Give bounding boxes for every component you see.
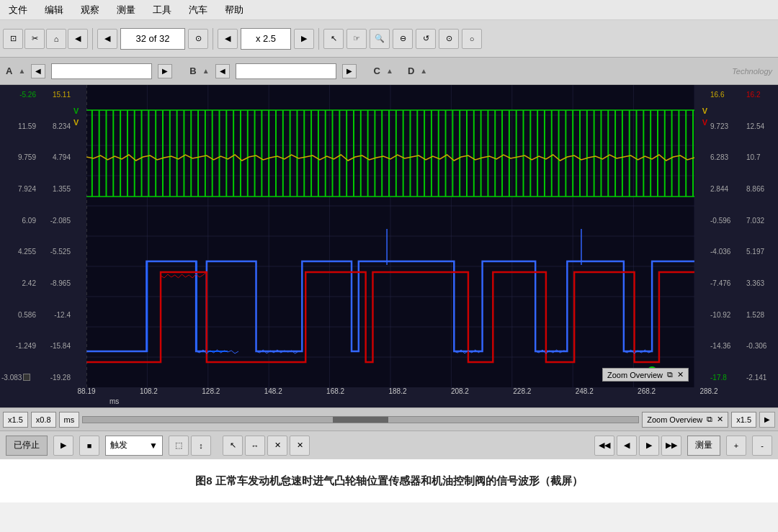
x-label-2: 128.2 bbox=[202, 387, 220, 395]
toolbar: ⊡ ✂ ⌂ ◀ ◀ 32 of 32 ⊙ ◀ x 2.5 ▶ ↖ ☞ 🔍 ⊖ ↺… bbox=[0, 20, 778, 58]
status-nav-prev[interactable]: ◀◀ bbox=[594, 436, 614, 456]
y-right-1-3: 2.844 bbox=[710, 185, 743, 193]
y-right-1-2: 6.283 bbox=[710, 153, 743, 161]
zoom-overview-close[interactable]: ✕ bbox=[677, 370, 684, 379]
x-label-6: 208.2 bbox=[451, 387, 469, 395]
y-left-1-9: -3.083 bbox=[1, 374, 36, 382]
status-tb-4[interactable]: ↔ bbox=[245, 436, 265, 456]
y-left-1-5: 4.255 bbox=[1, 248, 36, 256]
menu-edit[interactable]: 编辑 bbox=[42, 2, 66, 18]
channel-a-dropdown[interactable] bbox=[51, 63, 152, 79]
toolbar-undo-btn[interactable]: ↺ bbox=[416, 29, 436, 49]
measure-button[interactable]: 测量 bbox=[687, 436, 720, 456]
zoom-expand-btn[interactable]: ⧉ bbox=[707, 415, 712, 424]
y-right-2-8: -0.306 bbox=[746, 342, 777, 350]
y-left-1-8: -1.249 bbox=[1, 342, 36, 350]
toolbar-zoom-out-btn[interactable]: ⊖ bbox=[393, 29, 413, 49]
channel-a-next[interactable]: ▶ bbox=[158, 64, 172, 78]
y-right-2-7: 1.528 bbox=[746, 311, 777, 319]
y-axis-right-1: 16.6 9.723 6.283 2.844 -0.596 -4.036 -7.… bbox=[709, 85, 745, 387]
trigger-button[interactable]: 触发 ▼ bbox=[105, 436, 163, 456]
zoom-overview-expand[interactable]: ⧉ bbox=[667, 370, 673, 379]
channel-a-label: A bbox=[6, 66, 12, 76]
channel-b-dropdown[interactable] bbox=[236, 63, 336, 79]
menu-file[interactable]: 文件 bbox=[6, 2, 30, 18]
x-axis-bar: 88.19 108.2 128.2 148.2 168.2 188.2 208.… bbox=[0, 387, 778, 407]
toolbar-cursor-btn[interactable]: ↖ bbox=[323, 29, 344, 49]
y-right-1-1: 9.723 bbox=[710, 122, 743, 130]
toolbar-scale-next[interactable]: ▶ bbox=[294, 29, 314, 49]
status-toolbar-group: ⬚ ↕ bbox=[169, 436, 211, 456]
trigger-label: 触发 bbox=[110, 439, 128, 451]
scale-right[interactable]: x1.5 bbox=[731, 412, 756, 428]
measure-add-btn[interactable]: + bbox=[726, 436, 746, 456]
y-right-1-7: -10.92 bbox=[710, 311, 743, 319]
scale-left-1[interactable]: x1.5 bbox=[3, 412, 28, 428]
toolbar-nav-display: 32 of 32 bbox=[120, 28, 185, 50]
zoom-overview-control: Zoom Overview ⧉ ✕ bbox=[642, 412, 728, 428]
y-left-2-3: 1.355 bbox=[39, 185, 71, 193]
status-stop-btn[interactable]: ■ bbox=[79, 436, 99, 456]
channel-b-marker: ▲ bbox=[202, 67, 210, 75]
status-tb-3[interactable]: ↖ bbox=[223, 436, 243, 456]
status-nav-right[interactable]: ▶ bbox=[639, 436, 659, 456]
measure-remove-btn[interactable]: - bbox=[752, 436, 772, 456]
toolbar-nav-compass[interactable]: ⊙ bbox=[188, 29, 208, 49]
y-right-2-6: 3.363 bbox=[746, 279, 777, 287]
y-right-2-0: 16.2 bbox=[746, 91, 777, 99]
status-tb-2[interactable]: ↕ bbox=[191, 436, 211, 456]
y-left-2-1: 8.234 bbox=[39, 122, 71, 130]
toolbar-btn-home[interactable]: ⌂ bbox=[46, 29, 66, 49]
stop-button[interactable]: 已停止 bbox=[6, 436, 48, 456]
y-axis-left-1: -5.26 11.59 9.759 7.924 6.09 4.255 2.42 … bbox=[0, 85, 37, 387]
status-tb-5[interactable]: ✕ bbox=[267, 436, 287, 456]
status-tb-6[interactable]: ✕ bbox=[290, 436, 310, 456]
menu-auto[interactable]: 汽车 bbox=[186, 2, 210, 18]
x-label-5: 188.2 bbox=[388, 387, 406, 395]
y-units-right: V V bbox=[694, 85, 709, 387]
toolbar-hand-btn[interactable]: ☞ bbox=[346, 29, 367, 49]
bottom-controls: x1.5 x0.8 ms Zoom Overview ⧉ ✕ x1.5 ▶ bbox=[0, 407, 778, 430]
toolbar-circle-btn[interactable]: ○ bbox=[462, 29, 482, 49]
menu-tools[interactable]: 工具 bbox=[150, 2, 174, 18]
status-tb-1[interactable]: ⬚ bbox=[169, 436, 189, 456]
toolbar-scale-prev[interactable]: ◀ bbox=[218, 29, 238, 49]
status-play-btn[interactable]: ▶ bbox=[53, 436, 73, 456]
x-axis-unit: ms bbox=[109, 397, 119, 405]
y-left-2-2: 4.794 bbox=[39, 153, 71, 161]
oscilloscope-container: -5.26 11.59 9.759 7.924 6.09 4.255 2.42 … bbox=[0, 85, 778, 387]
x-label-8: 248.2 bbox=[576, 387, 594, 395]
toolbar-btn-2[interactable]: ✂ bbox=[24, 29, 45, 49]
status-nav-left[interactable]: ◀ bbox=[617, 436, 637, 456]
y-right-1-8: -14.36 bbox=[710, 342, 743, 350]
channel-strip: A ▲ ◀ ▶ B ▲ ◀ ▶ C ▲ D ▲ Technology bbox=[0, 58, 778, 85]
status-nav-next[interactable]: ▶▶ bbox=[661, 436, 681, 456]
unit-left-1: V bbox=[73, 107, 86, 115]
scroll-bar[interactable] bbox=[82, 416, 639, 423]
y-left-2-4: -2.085 bbox=[39, 217, 71, 225]
toolbar-sep-1 bbox=[92, 28, 93, 50]
y-right-1-9: -17.8 bbox=[710, 374, 743, 382]
zoom-overview-label: Zoom Overview bbox=[607, 371, 663, 379]
zoom-close-btn[interactable]: ✕ bbox=[717, 415, 723, 424]
scroll-right-btn[interactable]: ▶ bbox=[759, 412, 775, 428]
toolbar-redo-btn[interactable]: ⊙ bbox=[439, 29, 459, 49]
x-label-9: 268.2 bbox=[638, 387, 656, 395]
unit-right-1: V bbox=[694, 107, 707, 115]
scale-left-2[interactable]: x0.8 bbox=[31, 412, 56, 428]
menu-help[interactable]: 帮助 bbox=[222, 2, 246, 18]
menu-view[interactable]: 观察 bbox=[78, 2, 102, 18]
tech-logo: Technology bbox=[732, 67, 772, 76]
toolbar-btn-1[interactable]: ⊡ bbox=[3, 29, 23, 49]
menu-measure[interactable]: 测量 bbox=[114, 2, 138, 18]
x-label-7: 228.2 bbox=[513, 387, 531, 395]
channel-a-marker: ▲ bbox=[18, 67, 25, 75]
y-right-1-0: 16.6 bbox=[710, 91, 743, 99]
channel-b-next[interactable]: ▶ bbox=[342, 64, 357, 78]
toolbar-zoom-in-btn[interactable]: 🔍 bbox=[370, 29, 390, 49]
toolbar-nav-prev[interactable]: ◀ bbox=[97, 29, 117, 49]
channel-a-prev[interactable]: ◀ bbox=[31, 64, 45, 78]
channel-b-prev[interactable]: ◀ bbox=[215, 64, 230, 78]
y-left-2-8: -15.84 bbox=[39, 342, 71, 350]
toolbar-btn-prev[interactable]: ◀ bbox=[68, 29, 88, 49]
